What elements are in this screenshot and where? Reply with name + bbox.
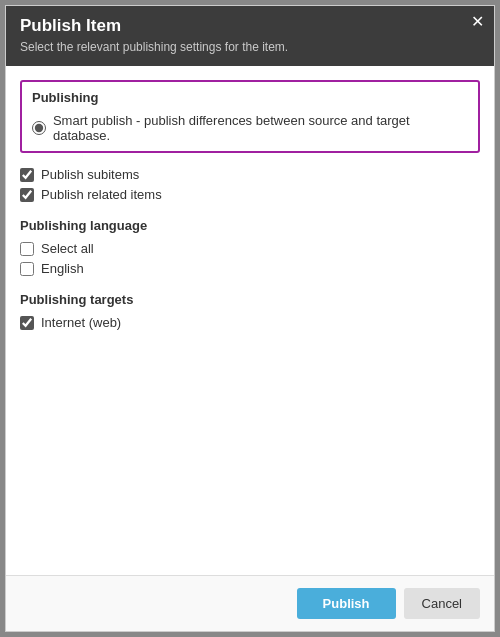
cancel-button[interactable]: Cancel	[404, 588, 480, 619]
publish-subitems-label: Publish subitems	[41, 167, 139, 182]
english-checkbox[interactable]	[20, 262, 34, 276]
publish-related-checkbox[interactable]	[20, 188, 34, 202]
publish-dialog: Publish Item Select the relevant publish…	[5, 5, 495, 632]
smart-publish-radio[interactable]	[32, 121, 46, 135]
publishing-section-label: Publishing	[32, 90, 468, 105]
targets-section: Publishing targets Internet (web)	[20, 292, 480, 330]
internet-label: Internet (web)	[41, 315, 121, 330]
subitems-section: Publish subitems Publish related items	[20, 167, 480, 202]
publish-button[interactable]: Publish	[297, 588, 396, 619]
language-section-label: Publishing language	[20, 218, 480, 233]
select-all-label: Select all	[41, 241, 94, 256]
select-all-option[interactable]: Select all	[20, 241, 480, 256]
smart-publish-option[interactable]: Smart publish - publish differences betw…	[32, 113, 468, 143]
english-label: English	[41, 261, 84, 276]
internet-checkbox[interactable]	[20, 316, 34, 330]
publishing-highlight-box: Publishing Smart publish - publish diffe…	[20, 80, 480, 153]
dialog-body: Publishing Smart publish - publish diffe…	[6, 66, 494, 575]
publish-related-option[interactable]: Publish related items	[20, 187, 480, 202]
select-all-checkbox[interactable]	[20, 242, 34, 256]
internet-option[interactable]: Internet (web)	[20, 315, 480, 330]
publish-related-label: Publish related items	[41, 187, 162, 202]
language-section: Publishing language Select all English	[20, 218, 480, 276]
close-button[interactable]: ✕	[471, 14, 484, 30]
dialog-header: Publish Item Select the relevant publish…	[6, 6, 494, 66]
smart-publish-label: Smart publish - publish differences betw…	[53, 113, 468, 143]
publishing-section: Publishing Smart publish - publish diffe…	[20, 80, 480, 153]
publish-subitems-option[interactable]: Publish subitems	[20, 167, 480, 182]
publish-subitems-checkbox[interactable]	[20, 168, 34, 182]
targets-section-label: Publishing targets	[20, 292, 480, 307]
dialog-title: Publish Item	[20, 16, 480, 36]
english-option[interactable]: English	[20, 261, 480, 276]
dialog-subtitle: Select the relevant publishing settings …	[20, 40, 480, 54]
dialog-footer: Publish Cancel	[6, 575, 494, 631]
